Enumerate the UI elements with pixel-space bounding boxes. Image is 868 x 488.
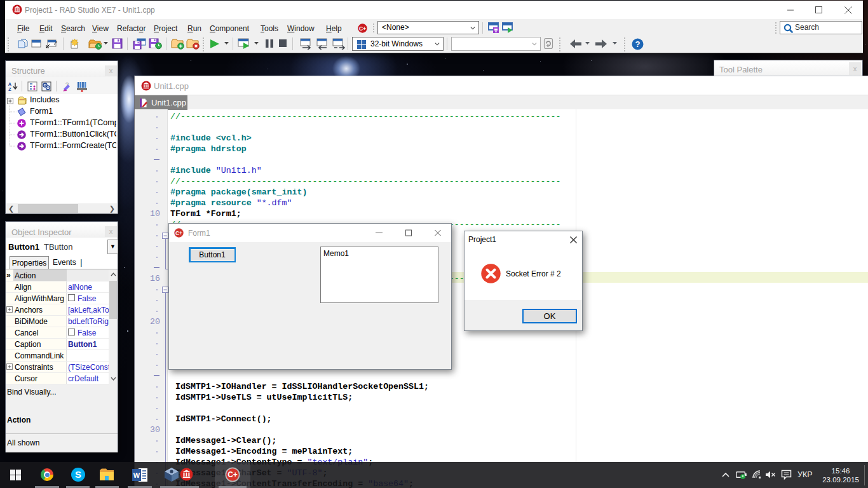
svg-text:?: ? <box>635 39 641 49</box>
svg-text:C+: C+ <box>175 230 182 236</box>
svg-text:C+: C+ <box>227 470 238 479</box>
svg-text:C+: C+ <box>359 25 366 32</box>
svg-text:W: W <box>133 471 140 479</box>
